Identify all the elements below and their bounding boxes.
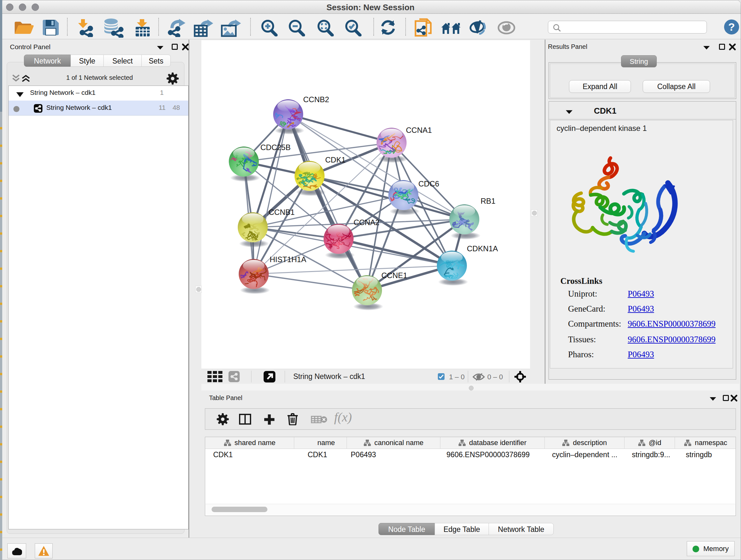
svg-text:HIST1H1A: HIST1H1A — [270, 255, 307, 264]
svg-text:CCNA2: CCNA2 — [354, 218, 380, 227]
svg-text:CCNB1: CCNB1 — [269, 208, 294, 216]
svg-text:CDK1: CDK1 — [325, 155, 346, 164]
svg-text:CCNA1: CCNA1 — [406, 126, 432, 134]
svg-text:CDKN1A: CDKN1A — [467, 244, 498, 253]
svg-text:RB1: RB1 — [481, 197, 495, 205]
svg-text:CCNE1: CCNE1 — [381, 271, 407, 280]
svg-text:CCNB2: CCNB2 — [303, 95, 329, 104]
svg-text:CDC25B: CDC25B — [260, 143, 291, 152]
svg-text:CDC6: CDC6 — [418, 179, 439, 188]
